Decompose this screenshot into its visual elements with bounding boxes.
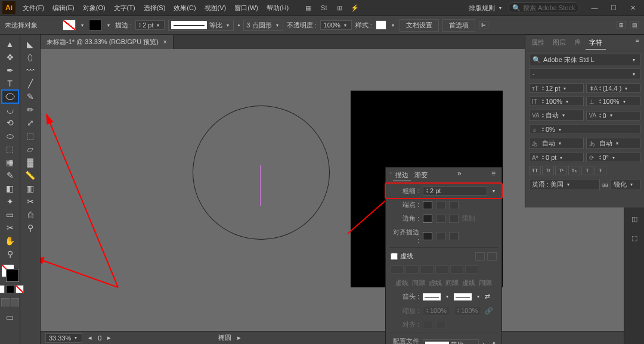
arrow-align-2[interactable] [436,321,445,329]
fill-stroke-control[interactable] [2,265,18,281]
tab-properties[interactable]: 属性 [528,36,548,49]
drawn-ellipse[interactable] [193,106,330,240]
dash-2[interactable] [420,265,434,274]
gradient-tab[interactable]: 渐变 [412,169,430,181]
antialias-select[interactable]: 锐化▾ [611,179,640,190]
tool-column[interactable]: ▥ [23,182,38,194]
tab-libraries[interactable]: 库 [571,36,584,49]
stroke-swatch[interactable] [89,20,102,30]
stroke-weight-input[interactable]: ▴▾ 2 pt [423,186,487,196]
arrow-scale-end[interactable]: ▴▾100% [454,306,481,315]
arrange-dropdown[interactable]: 排版规则 ▾ [464,2,508,14]
close-tab-icon[interactable]: × [163,39,167,45]
menu-view[interactable]: 视图(V) [201,2,230,14]
search-stock-input[interactable]: 🔍 搜索 Adobe Stock [508,2,580,13]
stock-icon[interactable]: St [318,2,329,13]
tool-scale[interactable]: ⤢ [23,117,38,129]
corner-round[interactable] [436,215,445,223]
cap-butt[interactable] [423,201,432,209]
panel-menu-icon[interactable]: ≡ [633,36,642,49]
tool-lasso[interactable]: ⬯ [23,51,38,63]
opacity-field[interactable]: 100%▾ [320,20,352,30]
dashed-checkbox[interactable] [391,253,398,260]
gap-2[interactable] [435,265,448,274]
extra1-field[interactable]: ☼▴▾0%▾ [529,125,640,134]
tool-free[interactable]: ⬚ [23,130,38,142]
tool-pen[interactable]: ✒ [2,64,18,76]
swatch-gradient[interactable] [6,285,14,293]
menu-file[interactable]: 文件(F) [19,2,48,14]
caps-u[interactable]: T [581,166,593,175]
align-center[interactable] [423,232,432,240]
tool-curvature[interactable]: 〰 [23,64,38,76]
tool-width[interactable]: ⬭ [2,130,18,142]
maximize-button[interactable]: ☐ [605,2,623,14]
panel-menu-icon[interactable]: ≡ [489,169,498,181]
caps-sub[interactable]: T₁ [568,166,580,175]
menu-object[interactable]: 对象(O) [79,2,109,14]
caps-tt[interactable]: TT [529,166,541,175]
arrow-scale-start[interactable]: ▴▾100% [423,306,450,315]
document-setup-button[interactable]: 文档设置 [400,19,439,32]
align-inside[interactable] [436,232,445,240]
caps-tr[interactable]: Tr [542,166,554,175]
stroke-box[interactable] [7,269,18,281]
tool-print[interactable]: ⎙ [23,209,38,221]
arrange-docs-icon[interactable]: ⊞ [334,2,345,13]
panel-icon-2[interactable]: ▤ [630,21,639,29]
caps-sup[interactable]: T¹ [555,166,567,175]
tool-shapebuilder[interactable]: ⬚ [2,143,18,155]
baseline-field[interactable]: Aª▴▾0 pt▾ [529,153,584,162]
gap-1[interactable] [405,265,419,274]
tool-type[interactable]: T [2,78,18,89]
tool-symbol[interactable]: ✦ [2,196,18,207]
tool-eyedrop[interactable]: ✎ [2,169,18,181]
tool-select[interactable]: ▲ [2,38,18,50]
dash-preserve-1[interactable] [475,252,485,261]
stroke-tab[interactable]: 描边 [393,169,411,181]
hscale-field[interactable]: ⊥▴▾100%▾ [586,97,641,106]
menu-effect[interactable]: 效果(C) [170,2,199,14]
align-outside[interactable] [449,232,459,240]
gap-3[interactable] [465,265,478,274]
menu-select[interactable]: 选择(S) [140,2,169,14]
tool-perspective[interactable]: ▱ [23,143,38,155]
swatch-color[interactable] [0,285,5,293]
flip-h-icon[interactable]: ⇋ [482,341,488,344]
fill-swatch[interactable] [63,20,76,30]
tool-brush[interactable]: ✎ [23,91,38,103]
corner-bevel[interactable] [449,215,459,223]
swatch-none[interactable] [16,285,24,293]
tool-pencil[interactable]: ✏ [23,104,38,116]
tool-hand[interactable]: ✋ [2,235,18,247]
style-swatch[interactable] [376,20,386,30]
vscale-field[interactable]: IT▴▾100%▾ [529,97,584,106]
lang-select[interactable]: 英语 : 美国▾ [529,179,600,190]
bridge-icon[interactable]: ▦ [303,2,314,13]
minimize-button[interactable]: — [586,2,603,14]
tool-blend[interactable]: ◧ [2,182,18,194]
cap-round[interactable] [436,201,445,209]
tab-character[interactable]: 字符 [586,36,606,49]
tool-zoom[interactable]: ⚲ [2,248,18,260]
tool-ellipse[interactable] [2,91,18,103]
close-button[interactable]: ✕ [624,2,642,14]
align-options-icon[interactable]: ⊫ [479,21,488,29]
tool-wand[interactable]: ✥ [2,51,18,63]
corner-miter[interactable] [423,215,432,223]
tool-rotate[interactable]: ⟲ [2,117,18,129]
tool-direct-select[interactable]: ◣ [23,38,38,50]
weight-dropdown-icon[interactable]: ▾ [491,188,497,194]
flip-v-icon[interactable]: ⥮ [491,341,497,344]
swap-arrows-icon[interactable]: ⇄ [485,293,490,300]
brush-profile-select[interactable]: 3 点圆形▾ [243,20,283,31]
menu-help[interactable]: 帮助(H) [263,2,292,14]
rotation-field[interactable]: ⟳▴▾0°▾ [586,153,641,162]
menu-window[interactable]: 窗口(W) [231,2,262,14]
menu-edit[interactable]: 编辑(E) [49,2,78,14]
tool-artboard[interactable]: ▭ [2,209,18,221]
font-family-select[interactable]: 🔍Adobe 宋体 Std L▾ [529,54,640,66]
zoom-field[interactable]: 33.33%▾ [45,333,82,343]
panel-icon-1[interactable]: ⊞ [617,21,626,29]
panel-collapse-icon[interactable]: » [455,169,464,181]
